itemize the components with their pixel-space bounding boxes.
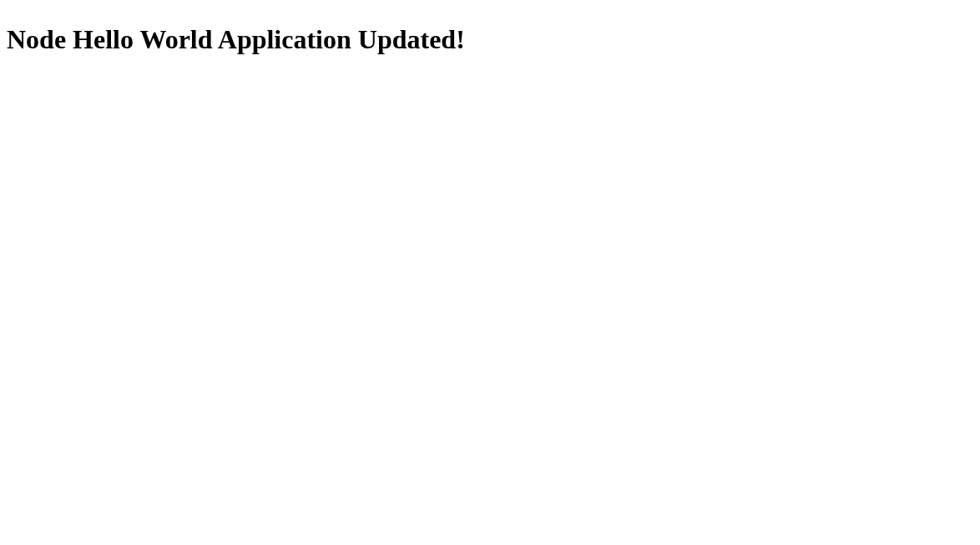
page-heading: Node Hello World Application Updated!: [7, 24, 973, 55]
